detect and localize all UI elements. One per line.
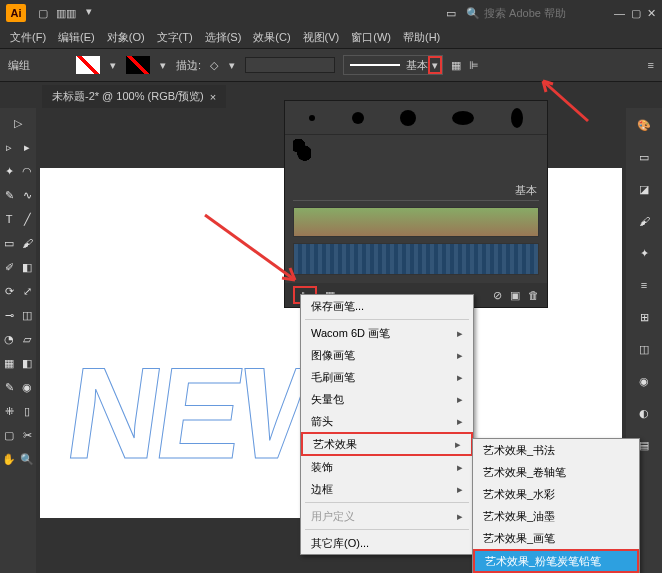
rotate-tool-icon[interactable]: ⟳ (1, 280, 17, 302)
lasso-tool-icon[interactable]: ◠ (19, 160, 35, 182)
zoom-tool-icon[interactable]: 🔍 (19, 448, 35, 470)
menu-image[interactable]: 图像画笔▸ (301, 344, 473, 366)
pen-tool-icon[interactable]: ✎ (1, 184, 17, 206)
brush-basic-row[interactable]: 基本 (293, 173, 539, 201)
stroke-preview[interactable] (245, 57, 335, 73)
blend-tool-icon[interactable]: ◉ (19, 376, 35, 398)
menu-deco[interactable]: 装饰▸ (301, 456, 473, 478)
brush-trash-icon[interactable]: 🗑 (528, 289, 539, 301)
sub-paint[interactable]: 艺术效果_画笔 (473, 527, 639, 549)
menu-select[interactable]: 选择(S) (199, 28, 248, 47)
menu-view[interactable]: 视图(V) (297, 28, 346, 47)
sub-ink[interactable]: 艺术效果_油墨 (473, 505, 639, 527)
brushes-panel-icon[interactable]: 🖌 (629, 208, 659, 234)
menu-userdef: 用户定义▸ (301, 505, 473, 527)
menu-art[interactable]: 艺术效果▸ (301, 432, 473, 456)
library-panel-icon[interactable]: ▭ (629, 144, 659, 170)
menu-border[interactable]: 边框▸ (301, 478, 473, 500)
close-icon[interactable]: ✕ (647, 7, 656, 20)
sub-chalk[interactable]: 艺术效果_粉笔炭笔铅笔 (473, 549, 639, 573)
arrange-icon[interactable]: ▥▥ (56, 7, 76, 20)
selection-tool-icon[interactable]: ▷ (3, 112, 33, 134)
search-input[interactable] (484, 7, 594, 19)
gradient-tool-icon[interactable]: ◧ (19, 352, 35, 374)
stroke-w2-dd-icon[interactable]: ▾ (227, 60, 237, 70)
group-select-tool-icon[interactable]: ▸ (19, 136, 35, 158)
eyedropper-tool-icon[interactable]: ✎ (1, 376, 17, 398)
menu-file[interactable]: 文件(F) (4, 28, 52, 47)
align-panel-icon[interactable]: ⊞ (629, 304, 659, 330)
stroke-label: 描边: (176, 58, 201, 73)
stroke-dd-icon[interactable]: ▾ (158, 60, 168, 70)
menu-save-brush[interactable]: 保存画笔... (301, 295, 473, 317)
slice-tool-icon[interactable]: ✂ (19, 424, 35, 446)
maximize-icon[interactable]: ▢ (631, 7, 641, 20)
gstyles-panel-icon[interactable]: ◐ (629, 400, 659, 426)
minimize-icon[interactable]: — (614, 7, 625, 20)
brush-frame-2[interactable] (293, 243, 539, 275)
brush-new-icon[interactable]: ▣ (510, 289, 520, 302)
perspective-icon[interactable]: ▱ (19, 328, 35, 350)
fill-dd-icon[interactable]: ▾ (108, 60, 118, 70)
brush-dd-icon[interactable]: ▾ (428, 56, 442, 74)
menu-help[interactable]: 帮助(H) (397, 28, 446, 47)
shape-builder-icon[interactable]: ◔ (1, 328, 17, 350)
brush-remove-icon[interactable]: ⊘ (493, 289, 502, 302)
menu-bristle[interactable]: 毛刷画笔▸ (301, 366, 473, 388)
arrange-dd-icon[interactable]: ▾ (84, 7, 94, 17)
menu-type[interactable]: 文字(T) (151, 28, 199, 47)
eraser-tool-icon[interactable]: ◧ (19, 256, 35, 278)
menu-object[interactable]: 对象(O) (101, 28, 151, 47)
panel-menu-icon[interactable]: ≡ (648, 59, 654, 71)
menu-vector[interactable]: 矢量包▸ (301, 388, 473, 410)
rect-tool-icon[interactable]: ▭ (1, 232, 17, 254)
line-tool-icon[interactable]: ╱ (19, 208, 35, 230)
artboard-tool-icon[interactable]: ▢ (1, 424, 17, 446)
stroke-panel-icon[interactable]: ≡ (629, 272, 659, 298)
menu-edit[interactable]: 编辑(E) (52, 28, 101, 47)
brush-frame-1[interactable] (293, 207, 539, 237)
appearance-panel-icon[interactable]: ◉ (629, 368, 659, 394)
symbols-panel-icon[interactable]: ✦ (629, 240, 659, 266)
menu-arrows[interactable]: 箭头▸ (301, 410, 473, 432)
menu-other[interactable]: 其它库(O)... (301, 532, 473, 554)
align-icon[interactable]: ⊫ (469, 59, 479, 72)
direct-select-tool-icon[interactable]: ▹ (1, 136, 17, 158)
menu-wacom[interactable]: Wacom 6D 画笔▸ (301, 322, 473, 344)
scale-tool-icon[interactable]: ⤢ (19, 280, 35, 302)
opacity-icon[interactable]: ▦ (451, 59, 461, 72)
brush-basic-button[interactable]: 基本 ▾ (343, 55, 443, 75)
brush-oval-2-icon[interactable] (511, 108, 523, 128)
free-transform-icon[interactable]: ◫ (19, 304, 35, 326)
menu-effect[interactable]: 效果(C) (247, 28, 296, 47)
document-tab[interactable]: 未标题-2* @ 100% (RGB/预览) × (42, 85, 226, 108)
bridge-icon[interactable]: ▢ (38, 7, 48, 20)
brush-dot-2-icon[interactable] (352, 112, 364, 124)
brush-dot-3-icon[interactable] (400, 110, 416, 126)
magic-wand-tool-icon[interactable]: ✦ (1, 160, 17, 182)
mesh-tool-icon[interactable]: ▦ (1, 352, 17, 374)
workspace-icon[interactable]: ▭ (446, 7, 456, 20)
sub-water[interactable]: 艺术效果_水彩 (473, 483, 639, 505)
graph-tool-icon[interactable]: ▯ (19, 400, 35, 422)
type-tool-icon[interactable]: T (1, 208, 17, 230)
shaper-tool-icon[interactable]: ✐ (1, 256, 17, 278)
curvature-tool-icon[interactable]: ∿ (19, 184, 35, 206)
brush-tool-icon[interactable]: 🖌 (19, 232, 35, 254)
color-panel-icon[interactable]: 🎨 (629, 112, 659, 138)
tab-close-icon[interactable]: × (210, 91, 216, 103)
width-tool-icon[interactable]: ⊸ (1, 304, 17, 326)
stroke-w-dd-icon[interactable]: ◇ (209, 60, 219, 70)
brush-oval-1-icon[interactable] (452, 111, 474, 125)
stroke-swatch[interactable] (126, 56, 150, 74)
sub-calli[interactable]: 艺术效果_书法 (473, 439, 639, 461)
brush-dot-1-icon[interactable] (309, 115, 315, 121)
swatches-panel-icon[interactable]: ◪ (629, 176, 659, 202)
menu-window[interactable]: 窗口(W) (345, 28, 397, 47)
sub-scroll[interactable]: 艺术效果_卷轴笔 (473, 461, 639, 483)
symbol-spray-icon[interactable]: ⁜ (1, 400, 17, 422)
transform-panel-icon[interactable]: ◫ (629, 336, 659, 362)
hand-tool-icon[interactable]: ✋ (1, 448, 17, 470)
brush-cal-icon[interactable] (293, 139, 311, 161)
fill-swatch[interactable] (76, 56, 100, 74)
